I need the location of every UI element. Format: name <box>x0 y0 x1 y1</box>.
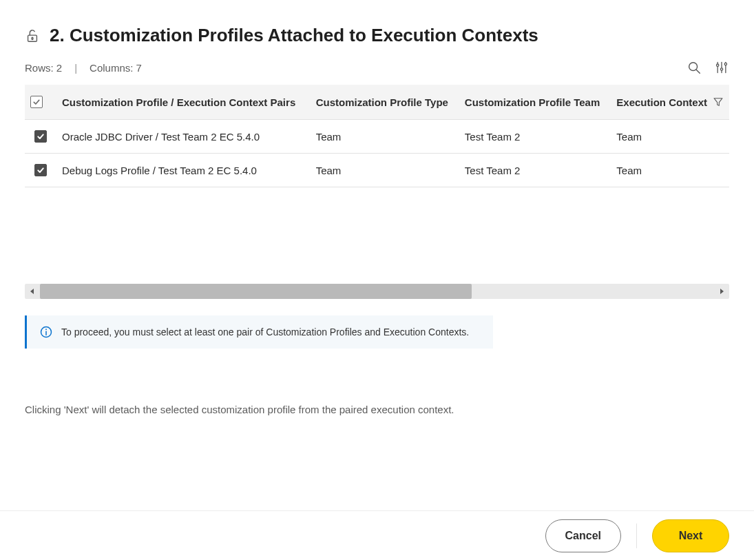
horizontal-scrollbar[interactable] <box>25 284 729 299</box>
svg-point-5 <box>717 64 719 66</box>
col-header-pairs[interactable]: Customization Profile / Execution Contex… <box>56 85 311 120</box>
col-header-exec[interactable]: Execution Context <box>611 85 729 120</box>
col-header-type[interactable]: Customization Profile Type <box>311 85 459 120</box>
cell-team: Test Team 2 <box>459 120 611 154</box>
svg-rect-1 <box>32 37 33 39</box>
svg-marker-12 <box>720 289 724 294</box>
svg-point-15 <box>45 329 47 330</box>
filter-icon[interactable] <box>713 96 724 107</box>
info-message: To proceed, you must select at least one… <box>61 326 469 338</box>
row-checkbox[interactable] <box>34 164 47 176</box>
svg-rect-0 <box>28 35 37 41</box>
select-all-checkbox[interactable] <box>30 96 43 108</box>
page-title: 2. Customization Profiles Attached to Ex… <box>50 25 538 46</box>
scroll-right-icon[interactable] <box>714 284 729 299</box>
scroll-left-icon[interactable] <box>25 284 40 299</box>
svg-point-7 <box>720 68 722 70</box>
table-body: Oracle JDBC Driver / Test Team 2 EC 5.4.… <box>25 120 729 187</box>
svg-marker-10 <box>714 98 722 106</box>
svg-line-3 <box>696 70 700 73</box>
scrollbar-track[interactable] <box>40 284 714 299</box>
sliders-icon[interactable] <box>714 60 729 75</box>
header-checkbox-cell <box>25 85 56 120</box>
cancel-button[interactable]: Cancel <box>545 519 621 552</box>
rows-count: Rows: 2 <box>25 62 62 74</box>
meta-right <box>687 60 729 75</box>
table-wrap: Customization Profile / Execution Contex… <box>25 85 729 187</box>
scrollbar-thumb[interactable] <box>40 284 472 299</box>
footer-bar: Cancel Next <box>0 510 754 560</box>
next-button[interactable]: Next <box>652 519 729 552</box>
cell-type: Team <box>311 154 459 187</box>
info-icon <box>39 325 53 339</box>
cell-team: Test Team 2 <box>459 154 611 187</box>
table-row[interactable]: Debug Logs Profile / Test Team 2 EC 5.4.… <box>25 154 729 187</box>
info-box: To proceed, you must select at least one… <box>25 315 493 349</box>
svg-marker-11 <box>30 289 34 294</box>
helper-text: Clicking 'Next' will detach the selected… <box>25 404 729 415</box>
content-area: 2. Customization Profiles Attached to Ex… <box>0 0 754 510</box>
cell-exec: Team <box>611 154 729 187</box>
title-row: 2. Customization Profiles Attached to Ex… <box>25 25 729 46</box>
col-header-exec-label: Execution Context <box>616 96 707 108</box>
svg-point-9 <box>724 63 726 65</box>
table-header-row: Customization Profile / Execution Contex… <box>25 85 729 120</box>
columns-count: Columns: 7 <box>90 62 142 74</box>
page-root: 2. Customization Profiles Attached to Ex… <box>0 0 754 560</box>
col-header-team[interactable]: Customization Profile Team <box>459 85 611 120</box>
footer-separator <box>636 523 637 548</box>
meta-left: Rows: 2 | Columns: 7 <box>25 62 142 74</box>
lock-open-icon <box>25 28 40 43</box>
cell-pair: Oracle JDBC Driver / Test Team 2 EC 5.4.… <box>56 120 311 154</box>
cell-type: Team <box>311 120 459 154</box>
table-row[interactable]: Oracle JDBC Driver / Test Team 2 EC 5.4.… <box>25 120 729 154</box>
row-checkbox[interactable] <box>34 130 47 143</box>
cell-pair: Debug Logs Profile / Test Team 2 EC 5.4.… <box>56 154 311 187</box>
data-table: Customization Profile / Execution Contex… <box>25 85 729 187</box>
meta-separator: | <box>74 62 77 74</box>
cell-exec: Team <box>611 120 729 154</box>
meta-row: Rows: 2 | Columns: 7 <box>25 60 729 75</box>
search-icon[interactable] <box>687 60 702 75</box>
